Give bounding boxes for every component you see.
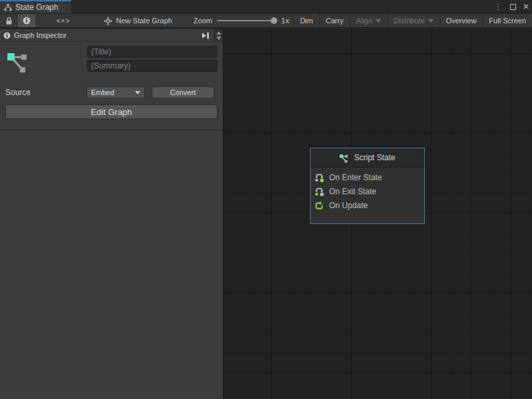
graph-canvas[interactable]: Script State On Enter State	[223, 29, 532, 399]
align-label: Align	[356, 17, 372, 25]
event-label: On Exit State	[329, 187, 376, 196]
graph-branch-icon	[0, 46, 87, 76]
carry-button[interactable]: Carry	[319, 14, 350, 27]
source-label: Source	[5, 88, 86, 97]
fullscreen-label: Full Screen	[489, 17, 526, 25]
arrow-down-icon[interactable]	[216, 37, 221, 40]
convert-label: Convert	[170, 88, 196, 96]
dim-button[interactable]: Dim	[293, 14, 319, 27]
zoom-slider-handle[interactable]	[271, 17, 277, 24]
main-area: Graph Inspector	[0, 29, 532, 399]
window-controls: ⋮ ✕	[493, 0, 529, 13]
inspector-toggle-button[interactable]	[18, 14, 35, 27]
distribute-dropdown-button[interactable]: Distribute	[387, 14, 439, 27]
overview-button[interactable]: Overview	[440, 14, 483, 27]
code-icon: <×>	[57, 17, 70, 25]
edit-graph-label: Edit Graph	[90, 107, 132, 117]
inspector-header: Graph Inspector	[0, 29, 223, 42]
event-label: On Update	[329, 201, 368, 210]
event-label: On Enter State	[329, 173, 382, 182]
maximize-icon[interactable]	[510, 4, 516, 10]
dock-icon	[201, 32, 210, 39]
graph-toolbar: <×> New State Graph Zoom 1x Dim Carry	[0, 13, 532, 28]
inspector-empty-area	[0, 130, 223, 399]
tab-bar: State Graph ⋮ ✕	[0, 0, 532, 13]
lock-icon	[5, 17, 13, 25]
fullscreen-button[interactable]: Full Screen	[482, 14, 532, 27]
edit-graph-button[interactable]: Edit Graph	[5, 104, 217, 119]
panel-scroll-spinner[interactable]	[213, 29, 223, 41]
event-row-on-enter: On Enter State	[315, 173, 420, 182]
zoom-value: 1x	[281, 17, 289, 25]
summary-field[interactable]	[87, 60, 217, 72]
hierarchy-graph-icon	[4, 3, 12, 11]
source-dropdown-value: Embed	[91, 88, 114, 96]
zoom-slider-track[interactable]	[217, 20, 276, 21]
toolbar-right-group: Dim Carry Align Distribute Overview Full…	[293, 14, 532, 27]
tab-label: State Graph	[15, 3, 59, 12]
tab-state-graph[interactable]: State Graph	[0, 0, 71, 13]
graph-inspector-panel: Graph Inspector	[0, 29, 223, 399]
title-field[interactable]	[87, 46, 217, 58]
state-exit-icon	[315, 187, 324, 196]
info-icon	[3, 32, 11, 39]
overview-label: Overview	[446, 17, 477, 25]
event-row-on-exit: On Exit State	[315, 187, 420, 196]
source-dropdown[interactable]: Embed	[86, 86, 145, 98]
node-event-list: On Enter State On Exit State	[311, 168, 424, 210]
graph-asset-icon	[104, 17, 112, 25]
convert-button[interactable]: Convert	[152, 86, 214, 98]
dock-sidebar-button[interactable]	[198, 29, 213, 41]
inspector-title: Graph Inspector	[14, 31, 66, 39]
chevron-down-icon	[376, 19, 381, 23]
graph-branch-icon	[339, 153, 349, 163]
state-enter-icon	[315, 173, 324, 182]
close-icon[interactable]: ✕	[523, 3, 529, 11]
align-dropdown-button[interactable]: Align	[350, 14, 387, 27]
chevron-down-icon	[135, 91, 140, 94]
zoom-slider[interactable]	[217, 17, 276, 24]
zoom-label: Zoom	[194, 17, 212, 25]
update-loop-icon	[315, 201, 324, 210]
new-graph-label: New State Graph	[116, 17, 172, 25]
carry-label: Carry	[326, 17, 344, 25]
lock-button[interactable]	[0, 14, 18, 27]
zoom-control: Zoom 1x	[194, 14, 289, 27]
node-title: Script State	[354, 153, 395, 162]
new-graph-button[interactable]: New State Graph	[100, 14, 176, 27]
chevron-down-icon	[428, 19, 434, 23]
node-header[interactable]: Script State	[311, 148, 424, 168]
menu-kebab-icon[interactable]: ⋮	[493, 3, 503, 11]
script-state-node[interactable]: Script State On Enter State	[310, 148, 425, 224]
event-row-on-update: On Update	[315, 201, 420, 210]
arrow-up-icon[interactable]	[216, 31, 221, 35]
info-icon	[23, 17, 31, 25]
dim-label: Dim	[300, 17, 313, 25]
code-preview-button[interactable]: <×>	[45, 14, 82, 27]
graph-title-section	[0, 46, 223, 76]
distribute-label: Distribute	[394, 17, 424, 25]
source-row: Source Embed Convert	[0, 86, 223, 98]
